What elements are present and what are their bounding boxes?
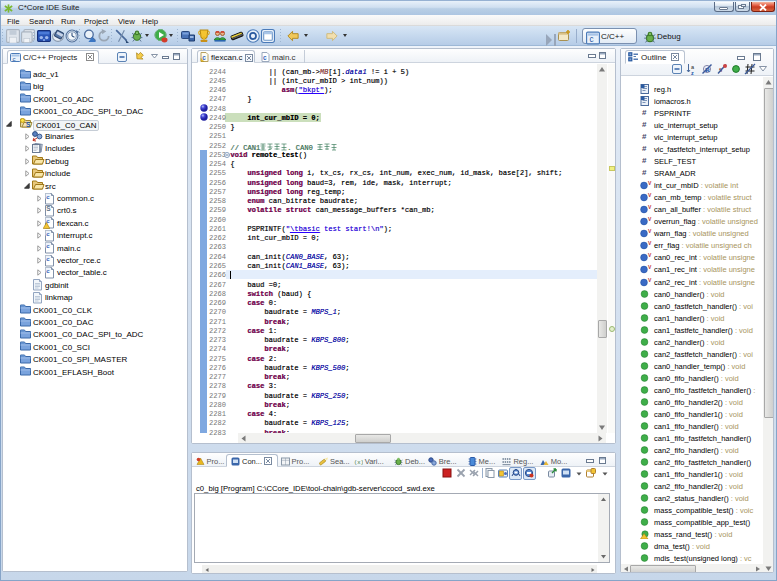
svg-text:c: c	[13, 56, 16, 62]
svg-text:c: c	[590, 35, 594, 44]
svg-text:V: V	[648, 181, 652, 186]
svg-text:(x)=: (x)=	[354, 458, 363, 465]
svg-text:c: c	[202, 54, 206, 61]
svg-text:z: z	[691, 70, 694, 76]
svg-text:V: V	[648, 265, 652, 270]
svg-text:V: V	[648, 253, 652, 258]
svg-text:V: V	[648, 241, 652, 246]
svg-text:V: V	[648, 229, 652, 234]
svg-text:V: V	[648, 193, 652, 198]
svg-text:c: c	[263, 54, 267, 61]
svg-text:V: V	[648, 205, 652, 210]
svg-text:V: V	[648, 217, 652, 222]
svg-text:V: V	[648, 278, 652, 283]
